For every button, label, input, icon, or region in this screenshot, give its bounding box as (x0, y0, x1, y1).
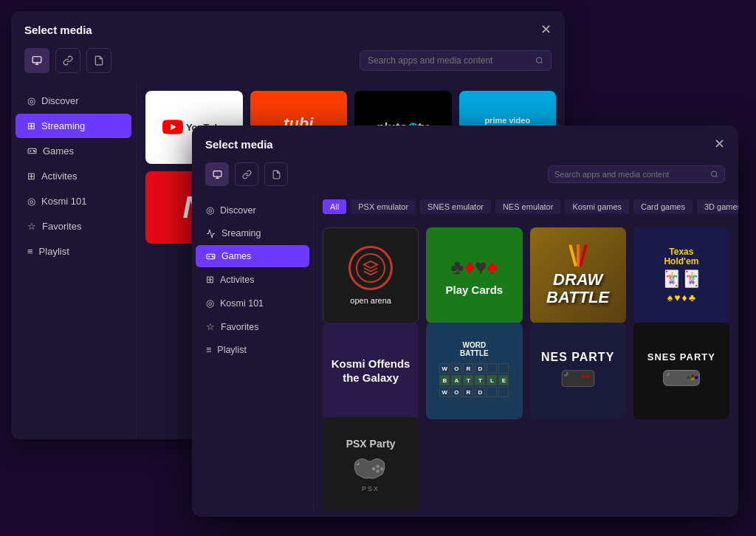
svg-point-32 (377, 464, 379, 467)
word-cell: W (439, 363, 450, 374)
fg-games-icon (206, 252, 216, 261)
fg-kosmi101-icon: ◎ (206, 298, 214, 309)
word-cell: E (498, 375, 509, 385)
svg-rect-0 (32, 57, 41, 63)
fg-file-icon[interactable] (264, 162, 288, 186)
texas-content: TexasHold'em 🃏🃏 ♠ ♥ ♦ ♣ (662, 247, 701, 303)
fg-right-panel: All PSX emulator SNES emulator NES emula… (314, 193, 738, 511)
game-card-word-battle[interactable]: WORDBATTLE W O R D B A T T L (426, 323, 522, 419)
filter-card-games[interactable]: Card games (633, 199, 693, 214)
bg-search-icon (535, 56, 543, 65)
fg-sidebar: ◎ Discover Sreaming Games ⊞ Activites ◎ … (192, 193, 314, 511)
fg-sidebar-activities-label: Activites (220, 275, 255, 285)
fg-filter-bar: All PSX emulator SNES emulator NES emula… (314, 193, 738, 220)
fg-sidebar-item-playlist[interactable]: ≡ Playlist (196, 339, 309, 361)
draw-battle-label: DRAWBATTLE (546, 271, 609, 306)
svg-rect-25 (664, 371, 700, 386)
game-card-texas[interactable]: TexasHold'em 🃏🃏 ♠ ♥ ♦ ♣ (633, 227, 729, 323)
fg-link-icon[interactable] (235, 162, 258, 186)
svg-point-24 (582, 375, 585, 378)
svg-point-33 (372, 467, 375, 470)
fg-favorites-icon: ☆ (206, 321, 215, 332)
fg-search-input[interactable] (554, 170, 706, 179)
filter-snes[interactable]: SNES emulator (420, 199, 491, 214)
game-card-nes-party[interactable]: NES PARTY (530, 323, 626, 419)
fg-monitor-icon[interactable] (205, 162, 229, 186)
open-arena-logo: open arena (348, 246, 393, 305)
fg-sidebar-item-kosmi101[interactable]: ◎ Kosmi 101 (196, 292, 309, 315)
bg-sidebar: ◎ Discover ⊞ Streaming Games ⊞ Activites… (11, 82, 137, 436)
svg-point-19 (213, 256, 213, 257)
fg-modal-close-button[interactable]: ✕ (714, 136, 725, 152)
foreground-modal: Select media ✕ ◎ (192, 126, 738, 517)
fg-streaming-icon (206, 229, 216, 238)
bg-sidebar-games-label: Games (43, 145, 74, 157)
game-card-draw-battle[interactable]: DRAWBATTLE (530, 227, 626, 323)
fg-modal-body: ◎ Discover Sreaming Games ⊞ Activites ◎ … (192, 193, 738, 511)
svg-point-31 (691, 377, 694, 380)
texas-cards-icon: 🃏🃏 (662, 269, 701, 289)
psx-party-label: PSX Party (346, 438, 396, 450)
bg-sidebar-item-games[interactable]: Games (16, 139, 131, 163)
fg-sidebar-item-streaming[interactable]: Sreaming (196, 222, 309, 244)
fg-playlist-icon: ≡ (206, 345, 211, 355)
bg-file-icon[interactable] (86, 48, 111, 73)
bg-sidebar-item-discover[interactable]: ◎ Discover (16, 89, 131, 113)
fg-search-bar[interactable] (548, 165, 725, 183)
bg-search-input[interactable] (368, 55, 531, 66)
game-card-open-arena[interactable]: open arena (323, 227, 419, 323)
svg-point-35 (377, 470, 379, 473)
bg-sidebar-item-streaming[interactable]: ⊞ Streaming (16, 114, 131, 138)
svg-rect-37 (358, 462, 359, 464)
word-cell: O (451, 363, 461, 374)
filter-kosmi-games[interactable]: Kosmi games (565, 199, 629, 214)
filter-all[interactable]: All (323, 199, 346, 214)
fg-sidebar-item-activities[interactable]: ⊞ Activites (196, 268, 309, 291)
snes-controller-icon (662, 367, 701, 391)
word-cell: T (463, 375, 473, 385)
word-cell: R (463, 363, 473, 374)
fg-sidebar-favorites-label: Favorites (221, 322, 258, 332)
game-card-play-cards[interactable]: ♣♦♥♠ Play Cards (426, 227, 522, 323)
nes-party-content: NES PARTY (541, 351, 614, 391)
game-card-snes-party[interactable]: SNES PARTY (633, 323, 729, 419)
svg-point-34 (380, 467, 383, 470)
fg-sidebar-item-discover[interactable]: ◎ Discover (196, 199, 309, 221)
filter-nes[interactable]: NES emulator (495, 199, 560, 214)
svg-rect-22 (566, 372, 568, 375)
filter-psx[interactable]: PSX emulator (351, 199, 416, 214)
bg-sidebar-item-playlist[interactable]: ≡ Playlist (16, 239, 131, 264)
bg-activities-icon: ⊞ (27, 171, 35, 182)
cards-suit-icons: ♣♦♥♠ (450, 255, 498, 279)
bg-sidebar-item-favorites[interactable]: ☆ Favorites (16, 214, 131, 238)
fg-sidebar-playlist-label: Playlist (217, 345, 247, 355)
draw-battle-content: DRAWBATTLE (540, 238, 615, 312)
snes-party-label: SNES PARTY (647, 351, 715, 363)
svg-line-14 (716, 176, 718, 177)
bg-sidebar-kosmi101-label: Kosmi 101 (41, 196, 86, 207)
fg-activities-icon: ⊞ (206, 274, 214, 285)
word-cell: T (475, 375, 485, 385)
bg-modal-close-button[interactable]: ✕ (540, 21, 551, 38)
bg-favorites-icon: ☆ (27, 221, 36, 232)
bg-sidebar-item-activities[interactable]: ⊞ Activites (16, 164, 131, 188)
nes-controller-icon (560, 368, 597, 391)
open-arena-inner (356, 253, 385, 283)
nes-party-label: NES PARTY (541, 351, 614, 364)
word-cell: L (487, 375, 497, 385)
fg-discover-icon: ◎ (206, 205, 214, 216)
bg-monitor-icon[interactable] (24, 48, 49, 73)
fg-sidebar-item-favorites[interactable]: ☆ Favorites (196, 315, 309, 338)
fg-sidebar-item-games[interactable]: Games (196, 245, 309, 267)
monitor-svg-icon (213, 170, 222, 179)
draw-battle-pencils (571, 244, 585, 267)
play-cards-label: Play Cards (446, 284, 504, 296)
game-card-psx-party[interactable]: PSX Party PSX (323, 417, 419, 511)
bg-sidebar-item-kosmi101[interactable]: ◎ Kosmi 101 (16, 189, 131, 213)
bg-link-icon[interactable] (55, 48, 80, 73)
filter-3d-games[interactable]: 3D games (697, 199, 738, 214)
snes-party-content: SNES PARTY (647, 351, 715, 391)
game-card-kosmi[interactable]: Kosmi Offends the Galaxy (323, 323, 419, 419)
bg-search-bar[interactable] (360, 50, 551, 71)
word-cell: W (439, 387, 450, 397)
